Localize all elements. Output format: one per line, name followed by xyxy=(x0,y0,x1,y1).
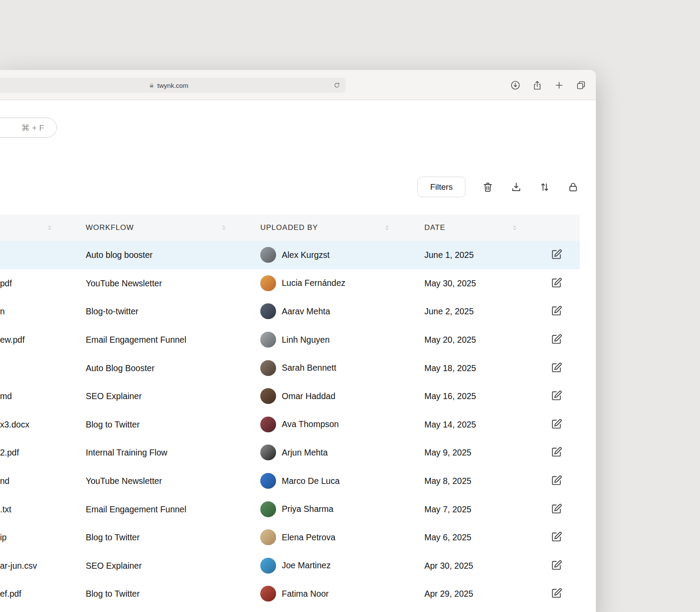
file-name-fragment: ar-jun.csv xyxy=(0,560,37,570)
edit-icon[interactable] xyxy=(550,446,564,459)
avatar xyxy=(260,275,276,291)
uploader-cell: Omar Haddad xyxy=(260,388,335,404)
file-name-fragment: ip xyxy=(0,532,7,542)
avatar xyxy=(260,360,276,376)
avatar xyxy=(260,529,276,545)
edit-icon[interactable] xyxy=(550,531,564,544)
lock-icon xyxy=(149,83,154,88)
file-name-fragment: nd xyxy=(0,476,10,486)
table-row[interactable]: ndYouTube NewsletterMarco De LucaMay 8, … xyxy=(0,467,580,495)
sort-chevron-icon[interactable] xyxy=(384,225,390,231)
sort-chevron-icon[interactable] xyxy=(511,225,518,231)
toolbar-icon-group xyxy=(510,70,586,100)
date-cell: May 9, 2025 xyxy=(424,448,471,458)
uploader-cell: Lucia Fernández xyxy=(260,275,345,291)
edit-icon[interactable] xyxy=(550,277,564,290)
date-cell: May 16, 2025 xyxy=(424,391,476,401)
trash-icon[interactable] xyxy=(482,181,494,193)
tab-overview-icon[interactable] xyxy=(576,80,586,90)
edit-icon[interactable] xyxy=(550,333,564,346)
table-row[interactable]: ew.pdfEmail Engagement FunnelLinh Nguyen… xyxy=(0,326,580,354)
date-cell: June 1, 2025 xyxy=(424,250,474,260)
table-row[interactable]: ipBlog to TwitterElena PetrovaMay 6, 202… xyxy=(0,523,580,552)
uploader-cell: Priya Sharma xyxy=(260,501,333,517)
table-row[interactable]: ar-jun.csvSEO ExplainerJoe MartinezApr 3… xyxy=(0,552,580,580)
url-text: twynk.com xyxy=(158,82,189,89)
sort-icon[interactable] xyxy=(539,181,550,193)
workflow-cell: SEO Explainer xyxy=(86,560,142,570)
date-cell: Apr 29, 2025 xyxy=(424,589,473,599)
file-name-fragment: md xyxy=(0,391,12,401)
file-name-fragment: .txt xyxy=(0,504,11,514)
date-cell: May 6, 2025 xyxy=(424,532,471,542)
table-row[interactable]: Auto blog boosterAlex KurgzstJune 1, 202… xyxy=(0,241,580,269)
column-header-uploaded-by: UPLOADED BY xyxy=(260,223,318,232)
uploader-name: Lucia Fernández xyxy=(282,278,345,288)
workflow-cell: Blog to Twitter xyxy=(86,589,140,599)
filters-button[interactable]: Filters xyxy=(417,177,466,197)
table-row[interactable]: mdSEO ExplainerOmar HaddadMay 16, 2025 xyxy=(0,382,580,410)
sort-chevron-icon[interactable] xyxy=(220,225,227,231)
find-shortcut-pill[interactable]: ⌘ + F xyxy=(0,118,57,138)
uploader-cell: Elena Petrova xyxy=(260,529,336,545)
avatar xyxy=(260,473,276,489)
uploader-name: Priya Sharma xyxy=(282,504,333,514)
download-icon[interactable] xyxy=(511,181,522,193)
uploader-name: Ava Thompson xyxy=(282,419,339,429)
find-shortcut-label: ⌘ + F xyxy=(21,123,44,133)
sort-chevron-icon[interactable] xyxy=(46,225,53,231)
table-row[interactable]: 2.pdfInternal Training FlowArjun MehtaMa… xyxy=(0,438,580,467)
date-cell: May 20, 2025 xyxy=(424,335,476,345)
edit-icon[interactable] xyxy=(550,587,564,600)
downloads-icon[interactable] xyxy=(510,80,521,90)
uploader-name: Fatima Noor xyxy=(282,589,329,599)
workflow-cell: YouTube Newsletter xyxy=(86,476,162,486)
uploader-cell: Ava Thompson xyxy=(260,417,339,432)
table-row[interactable]: pdfYouTube NewsletterLucia FernándezMay … xyxy=(0,269,580,298)
edit-icon[interactable] xyxy=(550,418,564,431)
avatar xyxy=(260,247,276,263)
table-row[interactable]: ef.pdfBlog to TwitterFatima NoorApr 29, … xyxy=(0,580,580,608)
share-icon[interactable] xyxy=(532,80,542,90)
date-cell: June 2, 2025 xyxy=(424,306,474,316)
browser-window: twynk.com xyxy=(0,70,596,612)
date-cell: May 18, 2025 xyxy=(424,363,476,373)
workflow-cell: Blog to Twitter xyxy=(86,532,140,542)
uploader-cell: Sarah Bennett xyxy=(260,360,336,376)
workflow-cell: YouTube Newsletter xyxy=(86,278,162,288)
date-cell: May 14, 2025 xyxy=(424,419,476,429)
uploader-name: Elena Petrova xyxy=(282,532,336,542)
new-tab-icon[interactable] xyxy=(554,80,564,90)
file-name-fragment: pdf xyxy=(0,278,12,288)
edit-icon[interactable] xyxy=(550,559,564,572)
file-name-fragment: ew.pdf xyxy=(0,335,24,345)
table-row[interactable]: x3.docxBlog to TwitterAva ThompsonMay 14… xyxy=(0,410,580,439)
avatar xyxy=(260,388,276,404)
uploader-cell: Aarav Mehta xyxy=(260,303,330,319)
edit-icon[interactable] xyxy=(550,362,564,375)
column-header-date: DATE xyxy=(424,223,445,232)
workflow-cell: Internal Training Flow xyxy=(86,448,167,458)
reload-icon[interactable] xyxy=(333,82,340,89)
url-bar[interactable]: twynk.com xyxy=(0,78,346,93)
edit-icon[interactable] xyxy=(550,389,564,403)
uploader-cell: Fatima Noor xyxy=(260,586,329,602)
browser-toolbar: twynk.com xyxy=(0,70,596,100)
lock-icon[interactable] xyxy=(567,181,579,193)
file-name-fragment: ef.pdf xyxy=(0,589,21,599)
uploader-name: Omar Haddad xyxy=(282,391,335,401)
date-cell: May 8, 2025 xyxy=(424,476,471,486)
edit-icon[interactable] xyxy=(550,248,564,261)
avatar xyxy=(260,417,276,432)
uploader-name: Aarav Mehta xyxy=(282,306,330,316)
avatar xyxy=(260,501,276,517)
table-row[interactable]: Auto Blog BoosterSarah BennettMay 18, 20… xyxy=(0,354,580,382)
edit-icon[interactable] xyxy=(550,503,564,516)
table-row[interactable]: nBlog-to-twitterAarav MehtaJune 2, 2025 xyxy=(0,297,580,326)
edit-icon[interactable] xyxy=(550,474,564,487)
table-action-icons xyxy=(482,177,579,197)
edit-icon[interactable] xyxy=(550,305,564,318)
workflow-cell: Email Engagement Funnel xyxy=(86,504,186,514)
uploader-cell: Linh Nguyen xyxy=(260,332,330,348)
table-row[interactable]: .txtEmail Engagement FunnelPriya SharmaM… xyxy=(0,495,580,523)
